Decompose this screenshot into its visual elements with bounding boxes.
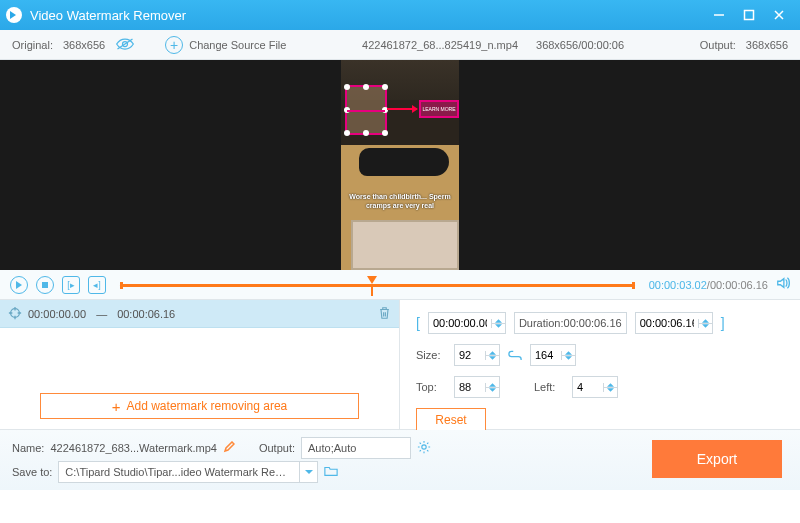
volume-button[interactable] bbox=[776, 276, 790, 293]
timeline-track[interactable] bbox=[120, 280, 635, 290]
close-button[interactable] bbox=[764, 0, 794, 30]
name-label: Name: bbox=[12, 442, 44, 454]
svg-point-4 bbox=[422, 445, 426, 449]
output-format-label: Output: bbox=[259, 442, 295, 454]
add-watermark-area-button[interactable]: + Add watermark removing area bbox=[40, 393, 359, 419]
control-panels: 00:00:00.00 — 00:00:06.16 + Add watermar… bbox=[0, 300, 800, 430]
minimize-button[interactable] bbox=[704, 0, 734, 30]
output-label: Output: bbox=[700, 39, 736, 51]
delete-segment-button[interactable] bbox=[378, 306, 391, 322]
name-value: 422461872_683...Watermark.mp4 bbox=[50, 442, 217, 454]
original-label: Original: bbox=[12, 39, 53, 51]
video-preview[interactable]: Worse than childbirth... Sperm cramps ar… bbox=[0, 60, 800, 270]
segment-start: 00:00:00.00 bbox=[28, 308, 86, 320]
add-area-label: Add watermark removing area bbox=[127, 399, 288, 413]
change-source-label: Change Source File bbox=[189, 39, 286, 51]
top-label: Top: bbox=[416, 381, 446, 393]
export-button[interactable]: Export bbox=[652, 440, 782, 478]
crosshair-icon bbox=[8, 306, 22, 322]
playback-bar: [▸ ◂] 00:00:03.02/00:00:06.16 bbox=[0, 270, 800, 300]
link-icon[interactable] bbox=[508, 348, 522, 362]
bracket-close-icon: ] bbox=[721, 315, 725, 331]
arrow-icon bbox=[387, 108, 417, 110]
file-dim-time: 368x656/00:00:06 bbox=[536, 39, 624, 51]
bottom-bar: Name: 422461872_683...Watermark.mp4 Outp… bbox=[0, 430, 800, 490]
video-caption: Worse than childbirth... Sperm cramps ar… bbox=[341, 193, 459, 210]
svg-rect-0 bbox=[745, 11, 754, 20]
size-width-input[interactable] bbox=[454, 344, 500, 366]
left-label: Left: bbox=[534, 381, 564, 393]
segment-row[interactable]: 00:00:00.00 — 00:00:06.16 bbox=[0, 300, 399, 328]
app-title: Video Watermark Remover bbox=[30, 8, 704, 23]
maximize-button[interactable] bbox=[734, 0, 764, 30]
filename: 422461872_68...825419_n.mp4 bbox=[362, 39, 518, 51]
titlebar: Video Watermark Remover bbox=[0, 0, 800, 30]
edit-name-button[interactable] bbox=[223, 441, 235, 455]
size-height-input[interactable] bbox=[530, 344, 576, 366]
top-input[interactable] bbox=[454, 376, 500, 398]
bracket-open-icon: [ bbox=[416, 315, 420, 331]
duration-display: Duration:00:00:06.16 bbox=[514, 312, 627, 334]
output-format-combo[interactable]: Auto;Auto bbox=[301, 437, 411, 459]
preview-toggle-icon[interactable] bbox=[115, 37, 135, 53]
output-settings-button[interactable] bbox=[417, 440, 431, 456]
file-info: 422461872_68...825419_n.mp4 368x656/00:0… bbox=[362, 39, 624, 51]
segments-panel: 00:00:00.00 — 00:00:06.16 + Add watermar… bbox=[0, 300, 400, 429]
play-button[interactable] bbox=[10, 276, 28, 294]
open-folder-button[interactable] bbox=[324, 465, 338, 479]
playhead[interactable] bbox=[367, 276, 377, 284]
chevron-down-icon[interactable] bbox=[299, 462, 317, 482]
stop-button[interactable] bbox=[36, 276, 54, 294]
time-current: 00:00:03.02 bbox=[649, 279, 707, 291]
plus-icon: + bbox=[112, 399, 121, 414]
size-label: Size: bbox=[416, 349, 446, 361]
save-to-label: Save to: bbox=[12, 466, 52, 478]
time-total: 00:00:06.16 bbox=[710, 279, 768, 291]
set-start-button[interactable]: [▸ bbox=[62, 276, 80, 294]
segment-end: 00:00:06.16 bbox=[117, 308, 175, 320]
range-start-input[interactable] bbox=[428, 312, 506, 334]
original-dimensions: 368x656 bbox=[63, 39, 105, 51]
left-input[interactable] bbox=[572, 376, 618, 398]
set-end-button[interactable]: ◂] bbox=[88, 276, 106, 294]
time-display: 00:00:03.02/00:00:06.16 bbox=[649, 279, 768, 291]
output-dimensions: 368x656 bbox=[746, 39, 788, 51]
watermark-badge: LEARN MORE bbox=[419, 100, 459, 118]
video-frame: Worse than childbirth... Sperm cramps ar… bbox=[341, 60, 459, 270]
change-source-button[interactable]: + Change Source File bbox=[165, 36, 286, 54]
reset-button[interactable]: Reset bbox=[416, 408, 486, 432]
properties-panel: [ Duration:00:00:06.16 ] Size: bbox=[400, 300, 800, 429]
app-icon bbox=[6, 7, 22, 23]
svg-rect-2 bbox=[42, 282, 48, 288]
info-bar: Original: 368x656 + Change Source File 4… bbox=[0, 30, 800, 60]
spin-down[interactable] bbox=[699, 324, 712, 328]
range-end-input[interactable] bbox=[635, 312, 713, 334]
spin-down[interactable] bbox=[492, 324, 505, 328]
save-path-combo[interactable]: C:\Tipard Studio\Tipar...ideo Watermark … bbox=[58, 461, 318, 483]
watermark-selection[interactable] bbox=[345, 85, 387, 135]
plus-icon: + bbox=[165, 36, 183, 54]
